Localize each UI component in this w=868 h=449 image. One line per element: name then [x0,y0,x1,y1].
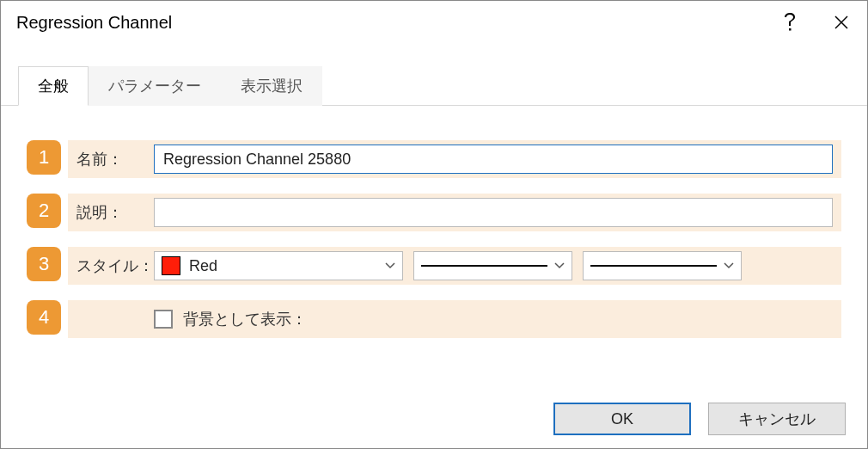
row-description: 2 説明： [27,194,841,231]
help-button[interactable] [764,1,816,44]
close-button[interactable] [816,1,867,44]
strip-background: 背景として表示： [68,300,841,338]
title-bar: Regression Channel [1,1,867,44]
tab-content: 1 名前： 2 説明： 3 スタイル： Red [1,106,867,338]
tab-display[interactable]: 表示選択 [221,66,322,106]
color-swatch [162,256,180,275]
strip-description: 説明： [68,194,841,231]
strip-name: 名前： [68,140,841,178]
help-icon [783,12,797,33]
style-controls: Red [154,251,833,280]
close-icon [834,15,849,30]
color-name: Red [189,257,217,275]
tab-parameters[interactable]: パラメーター [89,66,221,106]
badge-3: 3 [27,247,61,281]
badge-2: 2 [27,194,61,228]
label-name: 名前： [76,149,154,169]
cancel-button[interactable]: キャンセル [708,403,846,435]
line-style-sample [590,265,717,267]
dialog-footer: OK キャンセル [553,403,846,435]
line-style-combo[interactable] [583,251,742,280]
checkbox-group: 背景として表示： [154,309,307,329]
tab-strip: 全般 パラメーター 表示選択 [1,44,867,106]
chevron-down-icon [385,262,395,269]
row-background: 4 背景として表示： [27,300,841,338]
ok-button[interactable]: OK [553,403,691,435]
color-combo[interactable]: Red [154,251,403,280]
line-width-combo[interactable] [413,251,572,280]
background-checkbox-label: 背景として表示： [183,309,307,329]
name-input[interactable] [154,145,833,174]
badge-4: 4 [27,300,61,335]
svg-rect-0 [789,28,792,31]
chevron-down-icon [724,262,734,269]
description-input[interactable] [154,198,833,227]
window-title: Regression Channel [16,13,764,33]
titlebar-buttons [764,1,867,44]
tab-general[interactable]: 全般 [18,66,89,106]
label-style: スタイル： [76,255,154,276]
line-width-sample [421,265,547,267]
row-name: 1 名前： [27,140,841,178]
badge-1: 1 [27,140,61,175]
strip-style: スタイル： Red [68,247,841,285]
chevron-down-icon [554,262,565,269]
background-checkbox[interactable] [154,310,173,329]
row-style: 3 スタイル： Red [27,247,841,285]
label-description: 説明： [76,202,154,223]
